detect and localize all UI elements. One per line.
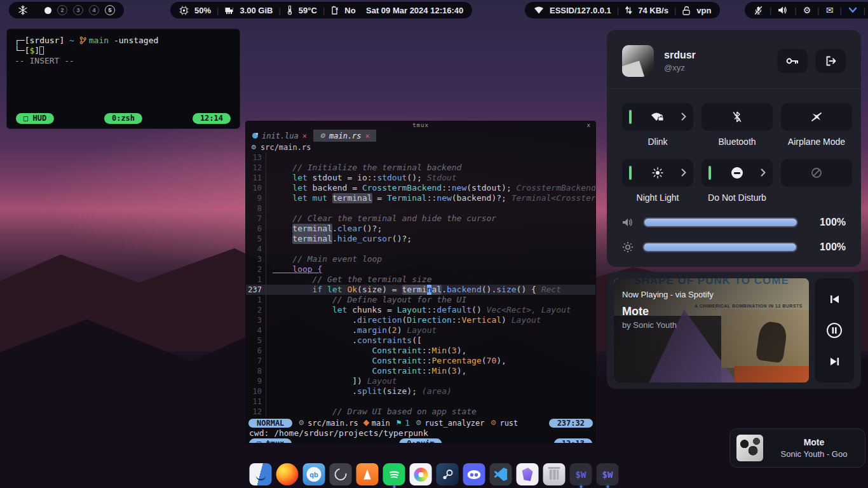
qbittorrent-icon[interactable]: qb (303, 463, 325, 485)
tmux-session-pill[interactable]: □ tmux (249, 438, 292, 444)
settings-gear-icon[interactable]: ⚙ (803, 6, 811, 15)
sw-app-icon[interactable]: $W (570, 463, 592, 485)
logout-button[interactable] (815, 49, 846, 73)
tab-close-icon[interactable]: × (365, 132, 370, 140)
notification-popup[interactable]: Mote Sonic Youth - Goo (729, 428, 865, 468)
code-line[interactable]: 6 terminal.clear()?; (246, 224, 595, 234)
code-line-current[interactable]: 237 if let Ok(size) = terminal.backend()… (246, 285, 595, 295)
code-line[interactable]: 1 // Get the terminal size (246, 274, 595, 285)
speaker-icon[interactable] (778, 6, 788, 15)
workspace-2[interactable]: 2 (57, 5, 67, 15)
code-line[interactable]: 2 loop { (246, 264, 595, 274)
workspace-group: 2 3 4 5 (9, 2, 124, 18)
code-line[interactable]: 3 // Main event loop (246, 254, 595, 264)
code-line[interactable]: 4 .margin(2) Layout (246, 325, 595, 336)
obs-icon[interactable] (330, 463, 352, 485)
code-line[interactable]: 10 let backend = CrosstermBackend::new(s… (246, 183, 595, 193)
code-line[interactable]: 8 Constraint::Min(3), (246, 366, 595, 376)
previous-track-button[interactable] (822, 290, 847, 309)
clock-group[interactable]: Sat 09 Mar 2024 12:16:40 (357, 2, 472, 18)
code-line[interactable]: 9 let mut terminal = Terminal::new(backe… (246, 193, 595, 203)
system-stats-group: 50% | 3.00 GiB | 59°C | No Bat (170, 2, 380, 18)
next-track-button[interactable] (822, 352, 847, 371)
discord-icon[interactable] (463, 463, 485, 485)
vi-mode-indicator: -- INSERT -- (7, 56, 240, 66)
distro-logo-icon[interactable] (18, 5, 28, 15)
cursor-position-pill: 237:32 (549, 419, 593, 428)
sw-app-icon-2[interactable]: $W (597, 463, 619, 485)
night-light-toggle-button[interactable] (622, 159, 693, 187)
disabled-toggle-button[interactable] (781, 159, 852, 187)
code-line[interactable]: 8 (246, 203, 595, 214)
user-handle: @xyz (664, 63, 696, 72)
network-speed: 74 KB/s (638, 6, 668, 15)
vscode-icon[interactable] (490, 463, 512, 485)
hud-terminal-window[interactable]: ┌─[srdusr] ~ main -unstaged └─[$] -- INS… (6, 29, 240, 129)
chevron-right-icon[interactable] (681, 168, 686, 177)
toggle-active-indicator (629, 166, 632, 180)
code-line[interactable]: 9 ]) Layout (246, 376, 595, 386)
volume-slider[interactable] (643, 217, 798, 227)
statusline: NORMAL ⚙src/main.rs main ⚑1 ⚙rust_analyz… (246, 417, 595, 428)
steam-icon[interactable] (437, 463, 459, 485)
chevron-right-icon[interactable] (761, 168, 766, 177)
firefox-icon[interactable] (276, 463, 299, 485)
brightness-slider[interactable] (642, 242, 797, 252)
bluetooth-toggle-button[interactable] (702, 103, 773, 131)
volume-value: 100% (820, 217, 846, 228)
tmux-window-pill[interactable]: 0:nvim (399, 438, 442, 444)
code-buffer[interactable]: 1312 // Initialize the terminal backend1… (246, 152, 595, 417)
do-not-disturb-toggle-label: Do Not Disturb (708, 193, 766, 203)
tab-main-rs[interactable]: ⚙ main.rs × (313, 130, 376, 142)
workspace-3[interactable]: 3 (73, 5, 83, 15)
trash-icon[interactable] (543, 463, 566, 485)
code-line[interactable]: 6 Constraint::Min(3), (246, 346, 595, 356)
code-line[interactable]: 12 // Draw UI based on app state (246, 407, 595, 417)
rust-file-icon: ⚙ (320, 132, 325, 139)
code-line[interactable]: 4 (246, 244, 595, 254)
airplane-mode-toggle-button[interactable] (781, 103, 852, 131)
bluetooth-off-icon (733, 111, 742, 123)
tab-init-lua[interactable]: init.lua × (246, 130, 313, 142)
code-line[interactable]: 2 let chunks = Layout::default() Vec<Rec… (246, 305, 595, 315)
code-line[interactable]: 10 .split(size); (area) (246, 386, 595, 396)
obsidian-icon[interactable] (517, 463, 539, 485)
cpu-icon (179, 6, 189, 15)
album-art[interactable]: SHAPE OF PUNK TO COME A CHIMERICAL BOMBI… (614, 278, 809, 383)
control-center-panel: srdusr @xyz Dlink Bluetooth (607, 30, 861, 267)
spotify-icon[interactable] (383, 463, 405, 485)
workspace-4[interactable]: 4 (89, 5, 99, 15)
chevron-down-icon[interactable] (848, 7, 857, 13)
notification-album-thumb (736, 435, 763, 461)
code-line[interactable]: 11 let stdout = io::stdout(); Stdout (246, 173, 595, 183)
file-manager-icon[interactable] (250, 463, 272, 485)
microphone-muted-icon[interactable] (754, 6, 763, 15)
code-line[interactable]: 11 (246, 396, 595, 407)
vim-mode-pill: NORMAL (248, 419, 292, 428)
window-titlebar: tmux x (246, 121, 595, 130)
mail-icon[interactable]: ✉ (826, 6, 834, 15)
tmux-window-pill[interactable]: 0:zsh (104, 113, 142, 124)
vlc-icon[interactable] (356, 463, 379, 485)
code-line[interactable]: 7 // Clear the terminal and hide the cur… (246, 214, 595, 224)
code-line[interactable]: 1 // Define layout for the UI (246, 295, 595, 305)
workspace-1-occupied-dot[interactable] (44, 7, 51, 14)
code-line[interactable]: 5 .constraints([ (246, 336, 595, 346)
wifi-toggle-button[interactable] (622, 103, 693, 131)
editor-window[interactable]: tmux x init.lua × ⚙ main.rs × ⚙ src/main… (245, 121, 596, 444)
code-line[interactable]: 12 // Initialize the terminal backend (246, 163, 595, 173)
workspace-5[interactable]: 5 (105, 5, 115, 15)
toggle-active-indicator (629, 110, 632, 124)
window-close-button[interactable]: x (587, 122, 590, 128)
lock-keys-button[interactable] (777, 49, 808, 73)
code-line[interactable]: 13 (246, 152, 595, 163)
code-line[interactable]: 5 terminal.hide_cursor()?; (246, 234, 595, 244)
pause-button[interactable] (822, 321, 847, 340)
chevron-right-icon[interactable] (681, 112, 686, 121)
code-line[interactable]: 7 Constraint::Percentage(70), (246, 356, 595, 366)
tmux-session-pill[interactable]: □ HUD (16, 113, 54, 124)
tab-close-icon[interactable]: × (302, 132, 307, 140)
photos-icon[interactable] (410, 463, 432, 485)
code-line[interactable]: 3 .direction(Direction::Vertical) Layout (246, 315, 595, 325)
do-not-disturb-toggle-button[interactable] (702, 159, 773, 187)
